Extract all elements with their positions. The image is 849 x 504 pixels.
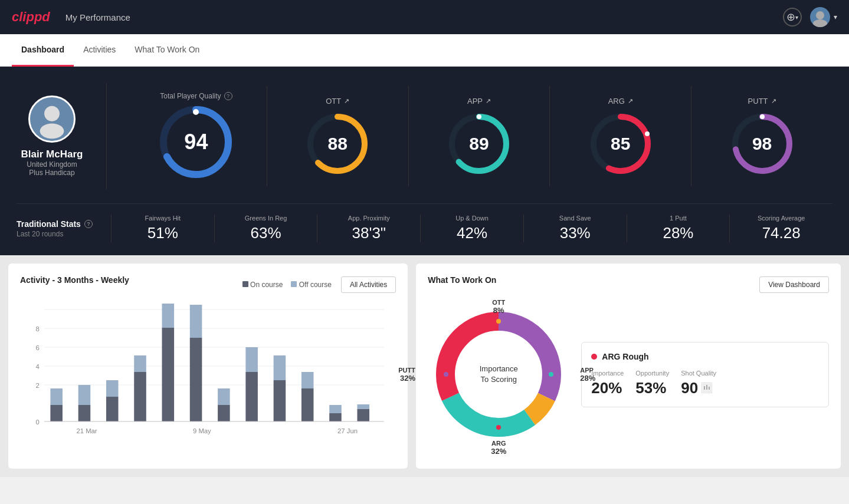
svg-rect-33: [78, 385, 91, 405]
svg-rect-47: [274, 355, 286, 380]
svg-point-18: [760, 114, 765, 119]
opportunity-metric: Opportunity 53%: [635, 370, 669, 397]
svg-rect-38: [162, 328, 175, 421]
svg-point-3: [44, 106, 60, 121]
page-title: My Performance: [65, 12, 130, 22]
svg-rect-40: [190, 338, 202, 421]
arrow-icon: ↗: [344, 97, 349, 105]
score-tpq: Total Player Quality ? 94: [126, 86, 267, 186]
arg-value: 85: [611, 134, 630, 154]
help-icon[interactable]: ?: [84, 220, 93, 228]
stat-value: 74.28: [762, 224, 801, 242]
stat-label: Greens In Reg: [245, 215, 287, 222]
plus-icon: ⊕: [786, 11, 795, 24]
svg-rect-35: [106, 380, 119, 397]
stat-label: Fairways Hit: [145, 215, 181, 222]
svg-point-66: [444, 372, 448, 377]
user-menu[interactable]: ▾: [810, 7, 837, 27]
opportunity-value: 53%: [635, 379, 669, 397]
svg-rect-49: [301, 372, 314, 388]
svg-rect-41: [190, 305, 202, 338]
trad-label-block: Traditional Stats ? Last 20 rounds: [17, 219, 111, 238]
svg-rect-31: [50, 388, 63, 405]
importance-metric: Importance 20%: [591, 370, 624, 397]
putt-value: 98: [752, 134, 772, 154]
app-ring: 89: [447, 111, 512, 176]
app-value: 89: [469, 134, 489, 154]
legend: On course Off course: [242, 281, 332, 289]
svg-rect-48: [301, 388, 314, 421]
svg-text:27 Jun: 27 Jun: [337, 427, 358, 434]
tab-activities[interactable]: Activities: [74, 34, 125, 67]
off-course-dot: [291, 281, 297, 287]
activity-panel: Activity - 3 Months - Weekly On course O…: [8, 263, 408, 469]
tpq-ring: 94: [158, 104, 234, 180]
stat-proximity: App. Proximity 38'3": [317, 215, 420, 242]
score-putt: PUTT ↗ 98: [691, 86, 832, 186]
score-ott: OTT ↗ 88: [267, 86, 409, 186]
importance-label: Importance: [591, 370, 624, 377]
stat-sandsave: Sand Save 33%: [523, 215, 627, 242]
stat-fairways: Fairways Hit 51%: [111, 215, 214, 242]
work-header: What To Work On View Dashboard: [428, 275, 829, 294]
stat-1putt: 1 Putt 28%: [627, 215, 730, 242]
stat-label: Scoring Average: [758, 215, 805, 222]
stat-value: 42%: [457, 224, 487, 242]
arg-ring: 85: [588, 111, 653, 176]
svg-text:9 May: 9 May: [193, 427, 211, 434]
score-app: APP ↗ 89: [409, 86, 550, 186]
stat-label: App. Proximity: [348, 215, 390, 222]
legend-on-course: On course: [242, 281, 283, 289]
all-activities-button[interactable]: All Activities: [341, 276, 396, 293]
avatar: [810, 7, 830, 27]
putt-ring: 98: [730, 111, 795, 176]
player-country: United Kingdom: [27, 160, 77, 169]
svg-rect-32: [78, 405, 91, 421]
svg-rect-42: [218, 405, 230, 421]
info-metrics: Importance 20% Opportunity 53% Shot Qual…: [591, 370, 819, 397]
donut-chart: Importance To Scoring OTT8% APP28% ARG32…: [428, 304, 569, 445]
stat-label: 1 Putt: [670, 215, 687, 222]
shot-quality-label: Shot Quality: [681, 370, 716, 377]
tab-what-to-work-on[interactable]: What To Work On: [125, 34, 209, 67]
shot-quality-value: 90: [681, 379, 716, 397]
vertical-divider: [106, 83, 107, 189]
work-title: What To Work On: [428, 275, 496, 285]
header-logo: clippd My Performance: [12, 9, 130, 25]
ott-ring: 88: [305, 111, 370, 176]
svg-text:6: 6: [36, 344, 40, 351]
importance-value: 20%: [591, 379, 624, 397]
info-card-title: ARG Rough: [591, 352, 819, 361]
info-card: ARG Rough Importance 20% Opportunity 53%…: [581, 342, 829, 407]
hero-section: Blair McHarg United Kingdom Plus Handica…: [0, 67, 849, 255]
add-button[interactable]: ⊕ ▾: [783, 8, 802, 27]
svg-text:0: 0: [36, 419, 40, 426]
hero-top: Blair McHarg United Kingdom Plus Handica…: [17, 83, 832, 189]
activity-chart-svg: 0 2 4 6 8: [20, 304, 396, 457]
svg-rect-46: [274, 380, 286, 421]
user-chevron-icon: ▾: [834, 13, 837, 21]
work-content: Importance To Scoring OTT8% APP28% ARG32…: [428, 304, 829, 445]
svg-rect-70: [709, 387, 710, 390]
donut-svg: [428, 304, 569, 445]
tpq-value: 94: [184, 130, 208, 154]
svg-rect-39: [162, 304, 175, 328]
stat-items: Fairways Hit 51% Greens In Reg 63% App. …: [111, 215, 832, 242]
view-dashboard-button[interactable]: View Dashboard: [759, 276, 829, 293]
stat-label: Sand Save: [559, 215, 591, 222]
logo: clippd: [12, 9, 50, 25]
stat-value: 33%: [560, 224, 591, 242]
work-on-panel: What To Work On View Dashboard: [416, 263, 841, 469]
tab-bar: Dashboard Activities What To Work On: [0, 34, 849, 67]
svg-point-65: [496, 425, 501, 430]
player-handicap: Plus Handicap: [29, 169, 74, 177]
svg-rect-37: [134, 355, 146, 372]
svg-rect-69: [706, 385, 707, 390]
svg-point-64: [549, 372, 553, 377]
shot-quality-metric: Shot Quality 90: [681, 370, 716, 397]
help-icon[interactable]: ?: [224, 92, 232, 100]
ott-value: 88: [328, 134, 348, 154]
tab-dashboard[interactable]: Dashboard: [12, 34, 74, 67]
svg-point-7: [193, 109, 199, 115]
score-section: Total Player Quality ? 94 OTT ↗: [126, 86, 832, 186]
